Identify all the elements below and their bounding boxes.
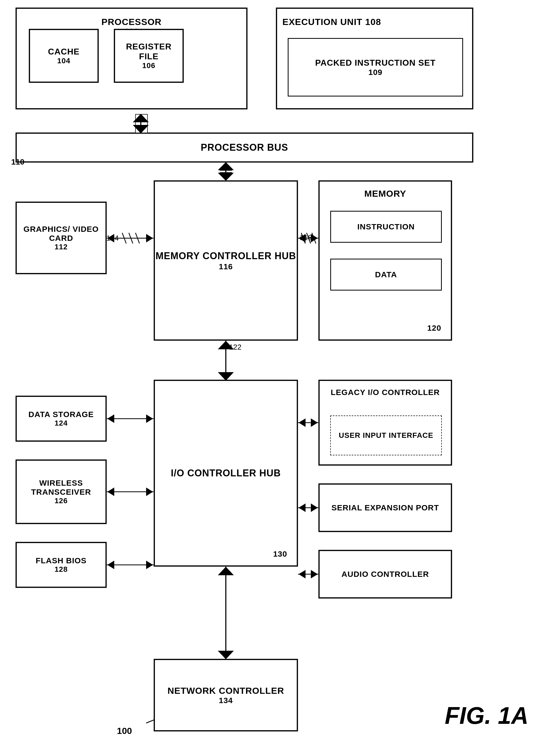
data-storage-label: DATA STORAGE bbox=[29, 410, 94, 419]
network-controller-box: NETWORK CONTROLLER 134 bbox=[154, 659, 298, 731]
svg-marker-45 bbox=[146, 414, 153, 423]
execution-unit-box: EXECUTION UNIT 108 PACKED INSTRUCTION SE… bbox=[276, 8, 473, 109]
wireless-transceiver-box: WIRELESS TRANSCEIVER 126 bbox=[16, 460, 106, 524]
diagram-arrows bbox=[0, 0, 555, 756]
svg-marker-64 bbox=[311, 570, 318, 579]
memory-bus-ref: 118 bbox=[300, 233, 312, 242]
svg-marker-18 bbox=[218, 173, 234, 181]
svg-marker-48 bbox=[146, 487, 153, 496]
memory-instruction-box: INSTRUCTION bbox=[330, 211, 442, 243]
svg-marker-19 bbox=[218, 162, 234, 170]
figure-label: FIG. 1A bbox=[445, 702, 528, 729]
bus-ref-label: 110 bbox=[11, 157, 25, 166]
audio-controller-label: AUDIO CONTROLLER bbox=[341, 570, 429, 579]
audio-controller-box: AUDIO CONTROLLER bbox=[319, 550, 452, 598]
wireless-transceiver-label: WIRELESS TRANSCEIVER bbox=[17, 478, 105, 496]
svg-marker-8 bbox=[133, 125, 149, 133]
flash-bios-label: FLASH BIOS bbox=[36, 556, 87, 565]
graphics-video-box: GRAPHICS/ VIDEO CARD 112 bbox=[16, 202, 106, 274]
legacy-io-box: LEGACY I/O CONTROLLER USER INPUT INTERFA… bbox=[319, 380, 452, 465]
svg-marker-10 bbox=[135, 114, 146, 122]
user-input-label: USER INPUT INTERFACE bbox=[339, 431, 433, 440]
network-controller-ref: 134 bbox=[219, 696, 233, 705]
svg-marker-37 bbox=[218, 372, 234, 381]
packed-instruction-set-box: PACKED INSTRUCTION SET 109 bbox=[288, 38, 463, 96]
svg-marker-58 bbox=[311, 419, 318, 427]
memory-data-box: DATA bbox=[330, 258, 442, 290]
io-hub-label: I/O CONTROLLER HUB bbox=[171, 467, 281, 480]
processor-label: PROCESSOR bbox=[101, 17, 162, 27]
packed-instruction-label: PACKED INSTRUCTION SET bbox=[315, 58, 435, 68]
network-controller-label: NETWORK CONTROLLER bbox=[167, 685, 284, 696]
graphics-video-ref: 112 bbox=[54, 243, 68, 251]
wireless-transceiver-ref: 126 bbox=[54, 496, 68, 505]
io-controller-hub-box: I/O CONTROLLER HUB 130 bbox=[154, 380, 298, 566]
svg-line-27 bbox=[122, 233, 126, 243]
data-storage-box: DATA STORAGE 124 bbox=[16, 396, 106, 441]
svg-marker-60 bbox=[299, 504, 305, 512]
svg-marker-7 bbox=[133, 114, 149, 122]
register-file-box: REGISTER FILE 106 bbox=[114, 29, 183, 82]
flash-bios-ref: 128 bbox=[54, 565, 68, 574]
svg-marker-11 bbox=[135, 125, 146, 133]
memory-label: MEMORY bbox=[364, 189, 406, 199]
register-file-label: REGISTER FILE bbox=[115, 42, 182, 62]
io-hub-ref: 130 bbox=[273, 550, 287, 558]
memory-box: MEMORY INSTRUCTION DATA 120 bbox=[319, 181, 452, 340]
graphics-bus-ref: 114 bbox=[106, 234, 119, 242]
packed-instruction-ref: 109 bbox=[368, 68, 382, 77]
svg-marker-23 bbox=[219, 172, 232, 180]
svg-line-28 bbox=[129, 233, 133, 243]
mch-label: MEMORY CONTROLLER HUB bbox=[156, 250, 296, 263]
memory-ref: 120 bbox=[427, 323, 441, 332]
svg-marker-6 bbox=[135, 114, 147, 133]
flash-bios-box: FLASH BIOS 128 bbox=[16, 542, 106, 588]
processor-bus-label: PROCESSOR BUS bbox=[201, 142, 288, 153]
processor-bus-box: PROCESSOR BUS bbox=[16, 133, 473, 162]
cache-label: CACHE bbox=[48, 47, 80, 56]
memory-controller-hub-box: MEMORY CONTROLLER HUB 116 bbox=[154, 181, 298, 340]
serial-expansion-label: SERIAL EXPANSION PORT bbox=[332, 503, 439, 512]
svg-marker-61 bbox=[311, 504, 318, 512]
svg-marker-68 bbox=[218, 567, 234, 575]
svg-marker-26 bbox=[146, 234, 153, 242]
svg-marker-44 bbox=[107, 414, 114, 423]
graphics-video-label: GRAPHICS/ VIDEO CARD bbox=[17, 225, 105, 243]
legacy-io-label: LEGACY I/O CONTROLLER bbox=[331, 388, 440, 397]
serial-expansion-box: SERIAL EXPANSION PORT bbox=[319, 484, 452, 532]
svg-line-35 bbox=[312, 233, 316, 243]
cache-box: CACHE 104 bbox=[29, 29, 98, 82]
data-storage-ref: 124 bbox=[54, 419, 68, 428]
cache-ref: 104 bbox=[57, 56, 71, 65]
memory-instruction-label: INSTRUCTION bbox=[357, 222, 415, 231]
svg-marker-47 bbox=[107, 487, 114, 496]
register-file-ref: 106 bbox=[142, 62, 156, 70]
svg-marker-50 bbox=[107, 561, 114, 569]
diagram: PROCESSOR 102 CACHE 104 REGISTER FILE 10… bbox=[0, 0, 555, 756]
svg-line-29 bbox=[135, 233, 139, 243]
mch-ref: 116 bbox=[219, 262, 233, 271]
diagram-ref-label: 100 bbox=[117, 726, 132, 736]
svg-marker-22 bbox=[219, 162, 232, 171]
svg-marker-51 bbox=[146, 561, 153, 569]
svg-marker-63 bbox=[299, 570, 305, 579]
execution-unit-label: EXECUTION UNIT 108 bbox=[283, 17, 381, 27]
user-input-box: USER INPUT INTERFACE bbox=[330, 415, 442, 455]
memory-data-label: DATA bbox=[375, 270, 397, 279]
mch-ioch-bus-ref: 122 bbox=[229, 343, 242, 351]
svg-marker-67 bbox=[218, 651, 234, 659]
svg-marker-57 bbox=[299, 419, 305, 427]
